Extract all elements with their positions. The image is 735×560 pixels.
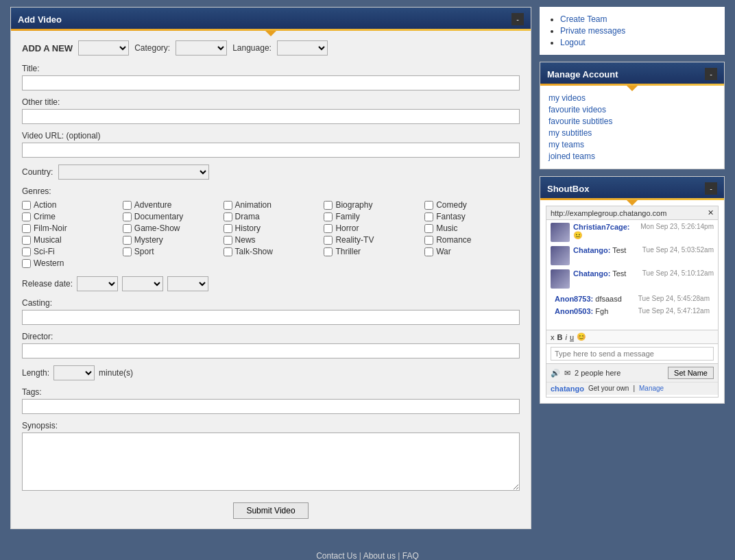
shoutbox-toggle[interactable]: - (705, 182, 717, 195)
top-right-links: Create Team Private messages Logout (540, 7, 725, 55)
simple-msg-2: Tue Sep 24, 5:47:12am Anon0503: Fgh (551, 305, 714, 317)
about-us-link[interactable]: About us (363, 551, 396, 560)
simple-text-1: dfsaasd (595, 295, 622, 303)
genre-mystery-checkbox[interactable] (123, 236, 132, 245)
genre-drama: Drama (224, 212, 319, 221)
msg-text-2: Test (612, 246, 626, 254)
genre-music: Music (424, 223, 520, 233)
favourite-subtitles-link[interactable]: favourite subtitles (549, 117, 716, 126)
length-select[interactable] (53, 365, 95, 380)
genres-section: Genres: Action Adventure (22, 186, 520, 268)
shoutbox-footer: 🔊 ✉ 2 people here Set Name (546, 363, 718, 382)
contact-us-link[interactable]: Contact Us (316, 551, 357, 560)
genre-game-show-checkbox[interactable] (123, 224, 132, 233)
set-name-button[interactable]: Set Name (668, 367, 714, 379)
genre-reality-tv: Reality-TV (324, 235, 419, 245)
my-subtitles-link[interactable]: my subtitles (549, 128, 716, 138)
genre-news: News (224, 235, 319, 245)
category-select[interactable]: Action Comedy Drama Horror (176, 40, 227, 56)
title-input[interactable] (22, 75, 520, 90)
other-title-input[interactable] (22, 109, 520, 124)
genre-music-checkbox[interactable] (424, 224, 433, 233)
genre-drama-checkbox[interactable] (224, 212, 232, 221)
language-select[interactable]: English French Spanish (277, 40, 328, 56)
create-team-link[interactable]: Create Team (560, 14, 607, 24)
manage-account-header: Manage Account - (540, 62, 724, 86)
genre-animation-checkbox[interactable] (224, 201, 232, 210)
private-messages-link[interactable]: Private messages (560, 26, 625, 36)
add-new-row: ADD A NEW Movie Series Episode Category:… (22, 40, 520, 56)
genre-war: War (424, 247, 520, 256)
synopsis-textarea[interactable] (22, 433, 520, 491)
genre-adventure-checkbox[interactable] (123, 201, 132, 210)
genre-fantasy-checkbox[interactable] (424, 212, 433, 221)
genre-action-checkbox[interactable] (22, 201, 31, 210)
genre-musical-checkbox[interactable] (22, 236, 31, 245)
genre-sport: Sport (123, 247, 218, 256)
genre-comedy-checkbox[interactable] (424, 201, 433, 210)
simple-msg-1: Tue Sep 24, 5:45:28am Anon8753: dfsaasd (551, 293, 714, 305)
manage-account-toggle[interactable]: - (705, 68, 717, 80)
emoji-format-button[interactable]: 😊 (577, 332, 586, 341)
add-video-toggle[interactable]: - (511, 13, 524, 25)
msg-text-1: 😐 (573, 231, 583, 239)
genre-game-show: Game-Show (123, 223, 218, 233)
favourite-videos-link[interactable]: favourite videos (549, 105, 716, 114)
genre-war-checkbox[interactable] (424, 247, 433, 256)
genre-animation: Animation (224, 200, 319, 210)
shoutbox-messages-area[interactable]: Mon Sep 23, 5:26:14pm Christian7cage: 😐 … (546, 220, 718, 330)
genre-western: Western (22, 258, 117, 268)
shoutbox-message-3: Tue Sep 24, 5:10:12am Chatango: Test (551, 269, 714, 289)
manage-header-arrow (627, 86, 638, 91)
joined-teams-link[interactable]: joined teams (549, 151, 716, 161)
country-select[interactable] (58, 165, 209, 180)
add-new-select[interactable]: Movie Series Episode (78, 40, 129, 56)
genre-sci-fi-checkbox[interactable] (22, 247, 31, 256)
avatar-2 (551, 246, 570, 265)
genre-reality-tv-checkbox[interactable] (324, 236, 333, 245)
genre-thriller-checkbox[interactable] (324, 247, 333, 256)
logout-link[interactable]: Logout (560, 38, 586, 47)
add-video-panel: Add Video - ADD A NEW Movie Series Episo… (10, 7, 531, 529)
genre-history-checkbox[interactable] (224, 224, 232, 233)
faq-link[interactable]: FAQ (402, 551, 419, 560)
bold-format-button[interactable]: B (557, 333, 563, 341)
genre-romance-checkbox[interactable] (424, 236, 433, 245)
genre-family-checkbox[interactable] (324, 212, 333, 221)
genre-news-checkbox[interactable] (224, 236, 232, 245)
shoutbox-iframe: http://examplegroup.chatango.com ✕ Mon S… (546, 206, 719, 398)
my-videos-link[interactable]: my videos (549, 93, 716, 103)
tags-input[interactable] (22, 399, 520, 414)
genre-talk-show-checkbox[interactable] (224, 247, 232, 256)
video-url-input[interactable] (22, 143, 520, 158)
msg-time-1: Mon Sep 23, 5:26:14pm (640, 223, 714, 230)
release-day-select[interactable] (77, 276, 118, 291)
length-label: Length: (22, 368, 49, 378)
underline-format-button[interactable]: u (570, 333, 574, 341)
italic-format-button[interactable]: i (565, 333, 566, 341)
shoutbox-message-input[interactable] (551, 347, 714, 361)
submit-button[interactable]: Submit Video (233, 502, 308, 519)
genre-film-noir-checkbox[interactable] (22, 224, 31, 233)
genre-horror-checkbox[interactable] (324, 224, 333, 233)
shoutbox-title: ShoutBox (547, 184, 589, 194)
genre-sport-checkbox[interactable] (123, 247, 132, 256)
chatango-link[interactable]: chatango (551, 385, 584, 393)
genre-documentary-checkbox[interactable] (123, 212, 132, 221)
msg-text-3: Test (612, 269, 626, 278)
director-input[interactable] (22, 343, 520, 358)
casting-input[interactable] (22, 310, 520, 325)
shoutbox-panel: ShoutBox - http://examplegroup.chatango.… (540, 176, 725, 404)
genre-western-checkbox[interactable] (22, 259, 31, 268)
my-teams-link[interactable]: my teams (549, 140, 716, 149)
submit-row: Submit Video (22, 502, 520, 519)
release-year-select[interactable] (167, 276, 208, 291)
release-date-label: Release date: (22, 279, 73, 289)
simple-user-1: Anon8753: (555, 295, 593, 303)
release-month-select[interactable] (122, 276, 163, 291)
close-format-icon[interactable]: x (551, 333, 555, 341)
genre-biography-checkbox[interactable] (324, 201, 333, 210)
genre-crime-checkbox[interactable] (22, 212, 31, 221)
close-icon[interactable]: ✕ (708, 208, 714, 217)
manage-link[interactable]: Manage (639, 385, 664, 393)
